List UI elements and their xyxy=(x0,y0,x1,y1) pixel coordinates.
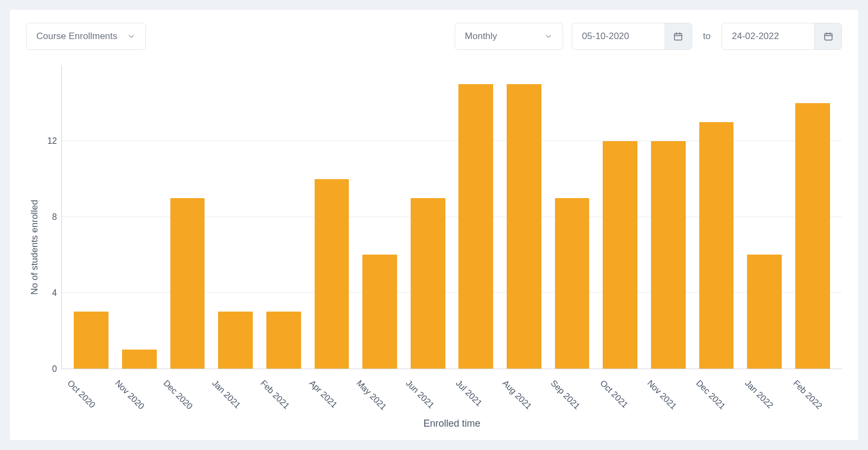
calendar-icon xyxy=(824,31,833,41)
metric-select-label: Course Enrollments xyxy=(36,31,117,42)
bar-slot xyxy=(452,65,500,369)
y-axis-ticks: 04812 xyxy=(40,65,62,369)
bar[interactable] xyxy=(507,84,541,369)
date-from-picker-button[interactable] xyxy=(665,23,692,49)
bar-slot xyxy=(260,65,308,369)
bar[interactable] xyxy=(315,179,349,369)
bar[interactable] xyxy=(362,255,397,369)
date-from-input[interactable]: 05-10-2020 xyxy=(572,31,665,42)
bar[interactable] xyxy=(266,312,301,369)
chart-container: No of students enrolled 04812 Oct 2020No… xyxy=(26,65,842,429)
bar-slot xyxy=(67,65,116,369)
bar[interactable] xyxy=(795,103,830,369)
y-axis-label: No of students enrolled xyxy=(26,65,40,429)
bar[interactable] xyxy=(458,84,493,369)
bar-slot xyxy=(116,65,164,369)
bar-slot xyxy=(163,65,212,369)
bar-slot xyxy=(500,65,548,369)
plot-area: 04812 xyxy=(40,65,842,369)
bar[interactable] xyxy=(218,312,253,369)
interval-select-label: Monthly xyxy=(465,31,497,42)
date-range-separator: to xyxy=(701,31,713,42)
chevron-down-icon xyxy=(544,32,553,41)
bars-area xyxy=(62,65,842,369)
bar-slot xyxy=(308,65,356,369)
bar-slot xyxy=(596,65,644,369)
date-to-picker-button[interactable] xyxy=(814,23,841,49)
bar[interactable] xyxy=(747,255,782,369)
bar-slot xyxy=(548,65,596,369)
bar-slot xyxy=(404,65,452,369)
date-to-input[interactable]: 24-02-2022 xyxy=(722,31,814,42)
date-to-group: 24-02-2022 xyxy=(722,23,842,50)
metric-select[interactable]: Course Enrollments xyxy=(26,23,146,50)
bar[interactable] xyxy=(699,122,734,369)
chart-toolbar: Course Enrollments Monthly 05-10-2020 to… xyxy=(26,23,842,50)
y-tick: 12 xyxy=(47,136,57,146)
bar[interactable] xyxy=(170,198,205,369)
calendar-icon xyxy=(673,31,683,41)
y-tick: 0 xyxy=(52,364,57,374)
bar[interactable] xyxy=(555,198,590,369)
svg-rect-4 xyxy=(825,34,832,40)
y-tick: 8 xyxy=(52,212,57,222)
bar-slot xyxy=(356,65,404,369)
bar-slot xyxy=(212,65,260,369)
chevron-down-icon xyxy=(127,32,136,41)
x-axis-labels: Oct 2020Nov 2020Dec 2020Jan 2021Feb 2021… xyxy=(40,369,842,408)
bar[interactable] xyxy=(74,312,108,369)
bar[interactable] xyxy=(411,198,445,369)
bar-slot xyxy=(692,65,741,369)
y-tick: 4 xyxy=(52,288,57,298)
bar[interactable] xyxy=(651,141,686,369)
chart-card: Course Enrollments Monthly 05-10-2020 to… xyxy=(10,10,858,440)
interval-select[interactable]: Monthly xyxy=(455,23,563,50)
bar-slot xyxy=(788,65,837,369)
date-from-group: 05-10-2020 xyxy=(572,23,692,50)
bar[interactable] xyxy=(603,141,637,369)
bar-slot xyxy=(741,65,789,369)
bar[interactable] xyxy=(122,350,157,369)
bar-slot xyxy=(644,65,693,369)
svg-rect-0 xyxy=(675,34,682,40)
